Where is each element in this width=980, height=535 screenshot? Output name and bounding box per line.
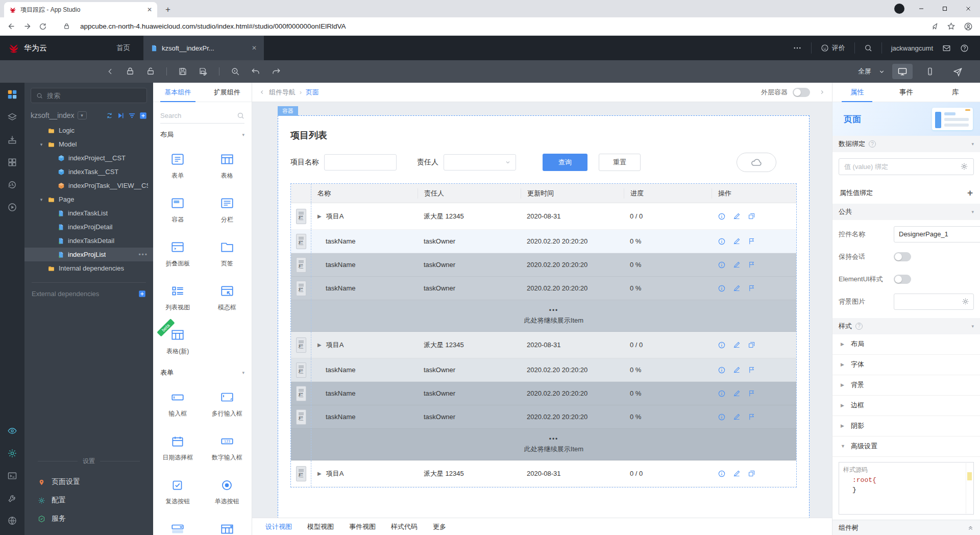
bg-image-input[interactable] — [894, 294, 974, 310]
edit-icon[interactable] — [733, 341, 741, 349]
project-switch-icon[interactable]: ▾ — [78, 111, 87, 119]
collapse-explorer-icon[interactable] — [106, 67, 114, 76]
tree-item-model[interactable]: ▾Model — [24, 137, 153, 151]
chevron-down-icon[interactable] — [878, 68, 885, 75]
save-all-icon[interactable] — [199, 67, 208, 76]
gear-icon[interactable] — [960, 162, 968, 171]
palette-item-[interactable]: 123数字输入框 — [203, 426, 252, 470]
bookmark-star-icon[interactable] — [947, 22, 955, 31]
control-name-input[interactable] — [894, 226, 980, 242]
more-menu-icon[interactable] — [793, 43, 802, 53]
drag-handle[interactable]: 栏 — [296, 209, 306, 224]
tab-library[interactable]: 库 — [931, 83, 980, 102]
expand-tree-icon[interactable] — [967, 524, 974, 531]
tab-properties[interactable]: 属性 — [832, 83, 881, 102]
edit-icon[interactable] — [733, 366, 741, 374]
help-icon[interactable] — [960, 44, 969, 53]
reset-button[interactable]: 重置 — [599, 154, 641, 171]
expand-caret-icon[interactable]: ▶ — [317, 213, 322, 219]
style-group-阴影[interactable]: ▶阴影 — [832, 416, 980, 436]
ellipsis-icon[interactable]: ••• — [311, 435, 796, 443]
view-tab-更多[interactable]: 更多 — [433, 522, 446, 531]
table-row[interactable]: 栏taskNametaskOwner2020.02.20 20:20:200 % — [291, 382, 796, 405]
filter-icon[interactable] — [128, 112, 136, 119]
maximize-button[interactable] — [933, 0, 957, 17]
gear-icon[interactable] — [962, 298, 969, 305]
globe-icon[interactable] — [7, 516, 17, 526]
outer-container-toggle[interactable] — [793, 88, 810, 97]
preview-eye-icon[interactable] — [7, 426, 17, 436]
tab-events[interactable]: 事件 — [881, 83, 930, 102]
doc-tab[interactable]: kzsoft__indexPr... ✕ — [143, 36, 264, 60]
refresh-icon[interactable] — [106, 112, 113, 119]
save-icon[interactable] — [178, 67, 187, 76]
tools-wrench-icon[interactable] — [7, 493, 17, 503]
console-icon[interactable] — [7, 471, 17, 481]
table-row[interactable]: 栏taskNametaskOwner2020.02.20 20:20:200 % — [291, 230, 796, 253]
info-icon[interactable] — [718, 212, 726, 221]
view-tab-事件视图[interactable]: 事件视图 — [349, 522, 376, 531]
table-row[interactable]: 栏▶项目A派大星 123452020-08-310 / 0 — [291, 332, 796, 358]
settings-item-配置[interactable]: 配置 — [24, 491, 153, 509]
palette-item-[interactable]: 表单 — [153, 144, 203, 188]
style-section-header[interactable]: 样式 ? ▾ — [832, 318, 980, 334]
keep-session-toggle[interactable] — [894, 252, 911, 261]
flag-icon[interactable] — [748, 413, 755, 421]
settings-item-页面设置[interactable]: 页面设置 — [24, 473, 153, 491]
collapse-inspector-icon[interactable] — [819, 89, 825, 95]
data-binding-section-header[interactable]: 数据绑定 ? ▾ — [832, 136, 980, 152]
tree-caret-icon[interactable]: ▾ — [39, 142, 44, 147]
palette-item-[interactable]: 级联选择框 — [203, 514, 252, 535]
expand-caret-icon[interactable]: ▶ — [317, 342, 322, 348]
tree-item-indextaskdetail[interactable]: indexTaskDetail — [24, 234, 153, 248]
breadcrumb-current[interactable]: 页面 — [306, 88, 319, 97]
publish-icon[interactable] — [947, 64, 968, 79]
view-tab-设计视图[interactable]: 设计视图 — [265, 522, 292, 531]
flag-icon[interactable] — [748, 366, 755, 374]
explorer-search[interactable] — [31, 88, 147, 103]
forward-icon[interactable] — [23, 22, 32, 31]
tree-item-logic[interactable]: Logic — [24, 124, 153, 137]
close-button[interactable] — [957, 0, 980, 17]
palette-item-[interactable]: 分栏 — [203, 188, 252, 232]
ssl-lock-icon[interactable] — [63, 23, 70, 30]
edit-icon[interactable] — [733, 470, 741, 477]
unlock-icon[interactable] — [146, 67, 155, 76]
view-tab-模型视图[interactable]: 模型视图 — [307, 522, 334, 531]
flag-icon[interactable] — [748, 284, 755, 292]
palette-section-header[interactable]: 布局▾ — [153, 126, 252, 144]
header-search-icon[interactable] — [864, 44, 872, 52]
component-tree-bar[interactable]: 组件树 — [832, 520, 980, 535]
view-tab-样式代码[interactable]: 样式代码 — [391, 522, 418, 531]
home-link[interactable]: 首页 — [116, 43, 130, 53]
drag-handle[interactable]: 栏 — [296, 234, 306, 249]
external-dependencies-label[interactable]: External dependencies — [32, 290, 99, 298]
browser-avatar-icon[interactable] — [964, 22, 973, 31]
help-circle-icon[interactable]: ? — [869, 140, 876, 148]
drag-handle[interactable]: 栏 — [296, 281, 306, 296]
browser-tab[interactable]: 项目跟踪 - App Studio ✕ — [4, 2, 157, 17]
table-row[interactable]: 栏taskNametaskOwner2020.02.20 20:20:200 % — [291, 277, 796, 300]
style-group-高级设置[interactable]: ▼高级设置 — [832, 436, 980, 457]
info-icon[interactable] — [718, 413, 726, 421]
style-group-字体[interactable]: ▶字体 — [832, 355, 980, 375]
tree-item-internal-dependencies[interactable]: Internal dependencies — [24, 261, 153, 275]
desktop-view-button[interactable] — [892, 64, 913, 79]
tab-basic-components[interactable]: 基本组件 — [153, 83, 203, 102]
value-binding-input[interactable] — [844, 163, 960, 171]
reload-icon[interactable] — [39, 22, 47, 31]
palette-item-[interactable]: 复选按钮 — [153, 470, 203, 514]
info-icon[interactable] — [718, 366, 726, 374]
info-icon[interactable] — [718, 470, 726, 478]
appcube-logo-icon[interactable] — [7, 89, 18, 100]
table-row[interactable]: 栏▶项目A派大星 123452020-08-310 / 0 — [291, 460, 796, 487]
palette-section-header[interactable]: 表单▾ — [153, 363, 252, 382]
share-icon[interactable] — [930, 22, 939, 31]
edit-icon[interactable] — [733, 284, 741, 292]
project-name[interactable]: kzsoft__index — [31, 111, 75, 119]
palette-search[interactable] — [160, 108, 244, 124]
drag-handle[interactable]: 栏 — [296, 466, 306, 481]
edit-icon[interactable] — [733, 261, 741, 269]
code-line[interactable]: :root{ — [839, 475, 973, 485]
palette-item-[interactable]: 多行输入框 — [203, 382, 252, 426]
